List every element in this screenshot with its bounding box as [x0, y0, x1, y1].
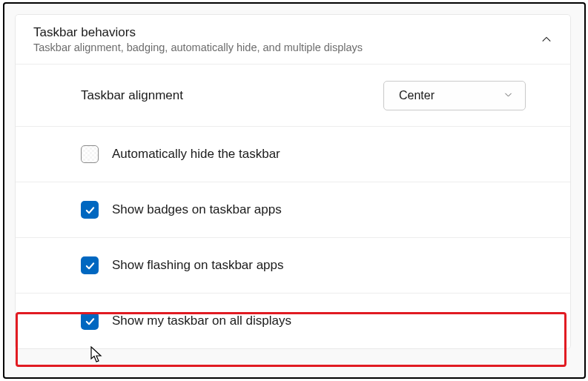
auto-hide-label: Automatically hide the taskbar — [112, 147, 280, 162]
header-subtitle: Taskbar alignment, badging, automaticall… — [33, 42, 363, 53]
header-text: Taskbar behaviors Taskbar alignment, bad… — [33, 25, 363, 53]
badges-label: Show badges on taskbar apps — [112, 202, 282, 217]
badges-row: Show badges on taskbar apps — [16, 182, 570, 237]
alignment-value: Center — [399, 89, 435, 102]
all-displays-label: Show my taskbar on all displays — [112, 314, 291, 328]
taskbar-behaviors-panel: Taskbar behaviors Taskbar alignment, bad… — [15, 14, 571, 349]
header-title: Taskbar behaviors — [33, 25, 363, 40]
all-displays-checkbox[interactable] — [81, 312, 99, 330]
auto-hide-checkbox[interactable] — [81, 145, 99, 163]
all-displays-row: Show my taskbar on all displays — [16, 293, 570, 348]
flashing-label: Show flashing on taskbar apps — [112, 258, 284, 273]
auto-hide-row: Automatically hide the taskbar — [16, 126, 570, 182]
taskbar-alignment-row: Taskbar alignment Center — [16, 64, 570, 126]
chevron-down-icon — [503, 89, 513, 102]
flashing-checkbox[interactable] — [81, 256, 99, 274]
chevron-up-icon[interactable] — [541, 33, 552, 45]
alignment-dropdown[interactable]: Center — [383, 81, 526, 110]
alignment-label: Taskbar alignment — [81, 88, 183, 103]
panel-header[interactable]: Taskbar behaviors Taskbar alignment, bad… — [16, 15, 570, 64]
badges-checkbox[interactable] — [81, 201, 99, 219]
flashing-row: Show flashing on taskbar apps — [16, 237, 570, 293]
